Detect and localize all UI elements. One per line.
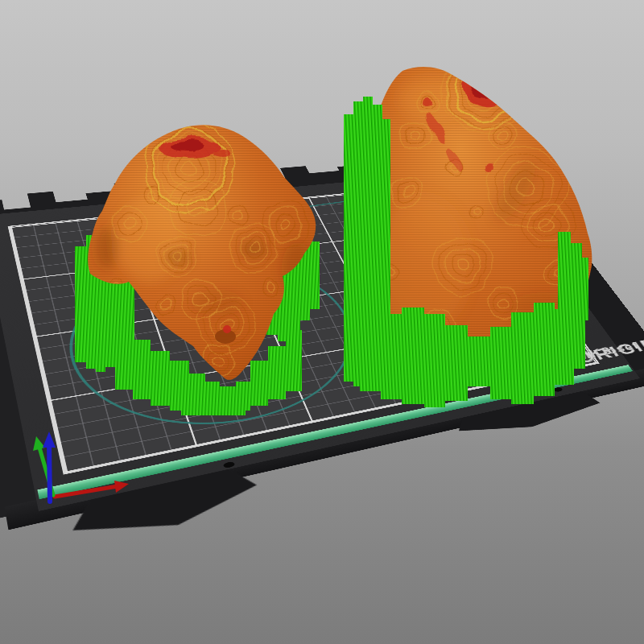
- support-column: [580, 258, 588, 320]
- support-column: [310, 242, 320, 309]
- support-column: [571, 243, 582, 332]
- model-dog-body[interactable]: [342, 63, 596, 417]
- support-column: [115, 330, 133, 390]
- support-column: [268, 346, 286, 399]
- support-column: [511, 312, 534, 404]
- support-column: [151, 351, 170, 406]
- support-column: [181, 396, 246, 415]
- slicer-3d-viewport[interactable]: ORIGINAL PRUSA i3 MK3 by Josef Prusa: [0, 0, 644, 644]
- support-column: [381, 314, 402, 399]
- support-column: [360, 324, 381, 391]
- nose-overhang-dot: [223, 325, 231, 333]
- support-column: [490, 327, 511, 399]
- support-column: [445, 325, 468, 401]
- support-column: [424, 314, 445, 407]
- support-column: [133, 340, 151, 399]
- support-column: [558, 232, 571, 322]
- support-column: [534, 303, 555, 396]
- support-column: [75, 246, 86, 362]
- model-dog-head[interactable]: [68, 119, 326, 417]
- support-column: [286, 330, 302, 391]
- support-column: [468, 336, 490, 386]
- support-column: [250, 361, 268, 406]
- support-column: [344, 114, 353, 382]
- support-column: [402, 308, 424, 404]
